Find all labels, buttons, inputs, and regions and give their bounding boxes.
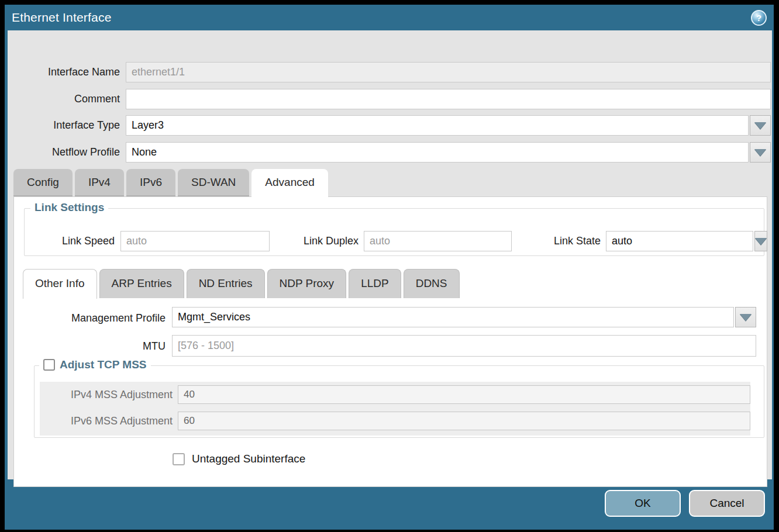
interface-name-row: Interface Name	[8, 62, 772, 82]
untagged-subinterface-row: Untagged Subinterface	[173, 452, 305, 465]
adjust-tcp-mss-legend: Adjust TCP MSS	[39, 358, 151, 371]
tab-ipv6[interactable]: IPv6	[126, 169, 175, 196]
subtab-nd-entries[interactable]: ND Entries	[187, 269, 265, 298]
dialog-body: Interface Name Comment Interface Type Ne…	[8, 30, 772, 479]
untagged-subinterface-checkbox[interactable]	[173, 453, 185, 465]
chevron-down-icon	[740, 314, 752, 321]
adjust-tcp-mss-legend-text: Adjust TCP MSS	[60, 358, 147, 371]
mtu-label: MTU	[26, 335, 166, 357]
subtab-other-info[interactable]: Other Info	[23, 269, 97, 299]
interface-type-label: Interface Type	[13, 115, 120, 136]
link-settings-legend: Link Settings	[30, 201, 108, 214]
ipv6-mss-field	[178, 412, 750, 430]
subtab-lldp[interactable]: LLDP	[349, 269, 401, 298]
ipv4-mss-label: IPv4 MSS Adjustment	[49, 385, 173, 404]
netflow-profile-label: Netflow Profile	[13, 142, 120, 163]
chevron-down-icon	[755, 238, 767, 245]
interface-name-label: Interface Name	[13, 62, 120, 82]
tab-ipv4[interactable]: IPv4	[75, 169, 124, 196]
untagged-subinterface-label: Untagged Subinterface	[192, 452, 305, 465]
subtab-arp-entries[interactable]: ARP Entries	[99, 269, 184, 298]
link-duplex-label: Link Duplex	[266, 231, 359, 251]
ipv6-mss-label: IPv6 MSS Adjustment	[49, 412, 173, 430]
link-state-dropdown-button[interactable]	[754, 231, 767, 251]
title-bar: Ethernet Interface ?	[5, 5, 774, 30]
tab-sdwan[interactable]: SD-WAN	[178, 169, 249, 196]
link-speed-field[interactable]	[120, 231, 270, 251]
comment-field[interactable]	[126, 89, 771, 109]
subtab-ddns[interactable]: DDNS	[404, 269, 460, 298]
ethernet-interface-dialog: Ethernet Interface ? Interface Name Comm…	[5, 5, 774, 530]
management-profile-label: Management Profile	[26, 307, 166, 329]
link-state-field[interactable]	[606, 231, 753, 251]
interface-type-combo	[126, 115, 771, 136]
tab-config[interactable]: Config	[13, 169, 73, 196]
ipv4-mss-field	[178, 385, 750, 404]
tab-advanced[interactable]: Advanced	[251, 169, 328, 197]
advanced-tab-panel: Link Settings Link Speed Link Duplex Lin…	[13, 196, 767, 487]
comment-row: Comment	[8, 89, 772, 109]
interface-type-dropdown-button[interactable]	[750, 115, 771, 136]
link-settings-legend-text: Link Settings	[35, 201, 104, 214]
link-speed-label: Link Speed	[20, 231, 115, 251]
interface-type-field[interactable]	[126, 115, 749, 136]
comment-label: Comment	[13, 89, 120, 109]
management-profile-field[interactable]	[172, 307, 734, 327]
chevron-down-icon	[754, 149, 766, 156]
ok-button[interactable]: OK	[605, 490, 681, 517]
netflow-profile-field[interactable]	[126, 142, 749, 163]
management-profile-dropdown-button[interactable]	[735, 307, 756, 327]
link-state-combo	[606, 231, 754, 251]
link-duplex-field[interactable]	[364, 231, 512, 251]
netflow-profile-combo	[126, 142, 771, 163]
sub-tab-strip: Other Info ARP Entries ND Entries NDP Pr…	[23, 269, 460, 298]
link-state-label: Link State	[511, 231, 601, 251]
netflow-profile-row: Netflow Profile	[8, 142, 772, 163]
adjust-tcp-mss-checkbox[interactable]	[43, 359, 55, 371]
interface-type-row: Interface Type	[8, 115, 772, 136]
management-profile-combo	[172, 307, 756, 327]
mtu-field[interactable]	[172, 335, 756, 357]
netflow-profile-dropdown-button[interactable]	[750, 142, 771, 163]
mss-disabled-panel: IPv4 MSS Adjustment IPv6 MSS Adjustment	[40, 382, 750, 436]
cancel-button[interactable]: Cancel	[689, 490, 765, 517]
subtab-ndp-proxy[interactable]: NDP Proxy	[267, 269, 347, 298]
help-icon[interactable]: ?	[751, 10, 767, 26]
main-tab-strip: Config IPv4 IPv6 SD-WAN Advanced	[13, 169, 328, 196]
interface-name-field	[126, 62, 771, 82]
chevron-down-icon	[754, 122, 766, 129]
dialog-title: Ethernet Interface	[12, 11, 112, 25]
